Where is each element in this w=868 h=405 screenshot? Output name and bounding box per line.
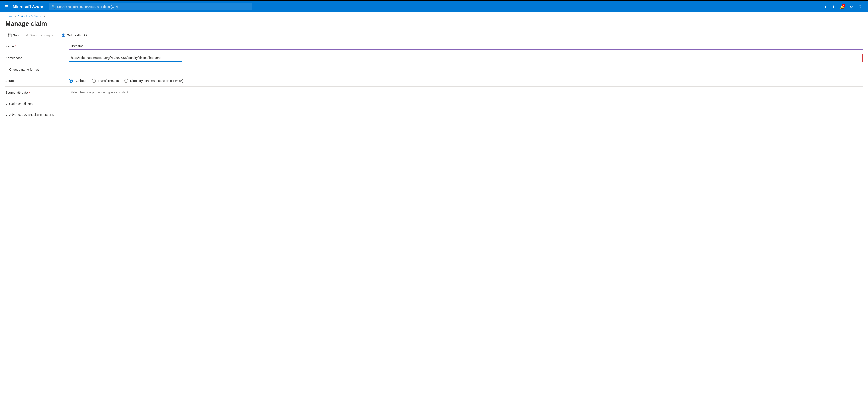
source-row: Source * Attribute Transformation Direct… — [5, 75, 863, 87]
notifications-icon-btn[interactable]: 🔔 6 — [838, 3, 846, 11]
advanced-saml-label: Advanced SAML claims options — [9, 113, 54, 116]
breadcrumb-home[interactable]: Home — [5, 14, 13, 18]
feedback-icon: ⬆ — [832, 5, 835, 9]
toolbar: 💾 Save ✕ Discard changes 👤 Got feedback? — [0, 30, 868, 40]
source-attribute-row: Source attribute * — [5, 87, 863, 98]
portal-icon: ⊡ — [823, 5, 826, 9]
choose-name-format-row[interactable]: ∨ Choose name format — [5, 64, 863, 75]
claim-conditions-row[interactable]: ∨ Claim conditions — [5, 98, 863, 109]
namespace-input[interactable] — [69, 55, 182, 62]
name-required-star: * — [15, 44, 16, 48]
notification-count: 6 — [842, 4, 845, 7]
directory-radio-label: Directory schema extension (Preview) — [130, 79, 184, 82]
source-attribute-label: Source attribute * — [5, 91, 69, 94]
save-icon: 💾 — [8, 33, 11, 37]
transformation-radio-button[interactable] — [92, 79, 96, 83]
search-bar[interactable]: 🔍 — [49, 3, 252, 10]
name-row: Name * — [5, 40, 863, 52]
settings-icon-btn[interactable]: ⚙ — [847, 3, 855, 11]
breadcrumb-sep-1: > — [15, 15, 16, 18]
feedback-icon-btn[interactable]: ⬆ — [829, 3, 837, 11]
source-required-star: * — [16, 79, 18, 82]
name-field — [69, 43, 863, 50]
discard-button[interactable]: ✕ Discard changes — [23, 32, 55, 38]
breadcrumb: Home > Attributes & Claims > — [0, 12, 868, 19]
help-icon-btn[interactable]: ? — [856, 3, 864, 11]
page-options-button[interactable]: ··· — [49, 21, 53, 26]
chevron-down-icon: ∨ — [5, 68, 7, 71]
topbar: ☰ Microsoft Azure 🔍 ⊡ ⬆ 🔔 6 ⚙ ? — [0, 1, 868, 12]
claim-conditions-label: Claim conditions — [9, 102, 33, 106]
attribute-radio-button[interactable] — [69, 79, 73, 83]
source-label: Source * — [5, 79, 69, 82]
chevron-down-icon-3: ∨ — [5, 113, 7, 116]
feedback-icon: 👤 — [61, 33, 65, 37]
namespace-field — [69, 54, 863, 62]
discard-label: Discard changes — [30, 33, 53, 37]
name-input[interactable] — [69, 43, 863, 50]
page-title: Manage claim — [5, 20, 47, 27]
breadcrumb-attributes-claims[interactable]: Attributes & Claims — [18, 14, 43, 18]
source-field: Attribute Transformation Directory schem… — [69, 79, 863, 83]
advanced-saml-row[interactable]: ∨ Advanced SAML claims options — [5, 109, 863, 120]
topbar-icon-group: ⊡ ⬆ 🔔 6 ⚙ ? — [820, 3, 864, 11]
namespace-row: Namespace — [5, 52, 863, 64]
directory-radio-button[interactable] — [124, 79, 128, 83]
namespace-highlight-box — [69, 54, 863, 62]
choose-name-format-label: Choose name format — [9, 68, 39, 71]
chevron-down-icon-2: ∨ — [5, 102, 7, 105]
source-attribute-required-star: * — [29, 91, 30, 94]
feedback-button[interactable]: 👤 Got feedback? — [59, 32, 90, 38]
source-radio-group: Attribute Transformation Directory schem… — [69, 79, 863, 83]
attribute-radio-label: Attribute — [74, 79, 86, 82]
search-input[interactable] — [57, 5, 249, 8]
name-label: Name * — [5, 44, 69, 48]
discard-icon: ✕ — [26, 33, 28, 37]
save-button[interactable]: 💾 Save — [5, 32, 22, 38]
page-title-row: Manage claim ··· — [0, 19, 868, 30]
source-attribute-input[interactable] — [69, 89, 863, 96]
portal-icon-btn[interactable]: ⊡ — [820, 3, 828, 11]
help-icon: ? — [860, 5, 862, 9]
source-attribute-field — [69, 89, 863, 96]
save-label: Save — [13, 33, 20, 37]
source-directory-option[interactable]: Directory schema extension (Preview) — [124, 79, 184, 83]
hamburger-menu[interactable]: ☰ — [4, 3, 9, 10]
settings-icon: ⚙ — [850, 5, 853, 9]
search-icon: 🔍 — [51, 5, 55, 8]
azure-logo: Microsoft Azure — [13, 4, 43, 9]
source-transformation-option[interactable]: Transformation — [92, 79, 119, 83]
transformation-radio-label: Transformation — [98, 79, 119, 82]
breadcrumb-sep-2: > — [44, 15, 45, 18]
feedback-label: Got feedback? — [67, 33, 87, 37]
namespace-label: Namespace — [5, 56, 69, 60]
source-attribute-option[interactable]: Attribute — [69, 79, 86, 83]
content-area: Name * Namespace ∨ Choose name format So… — [0, 40, 868, 120]
